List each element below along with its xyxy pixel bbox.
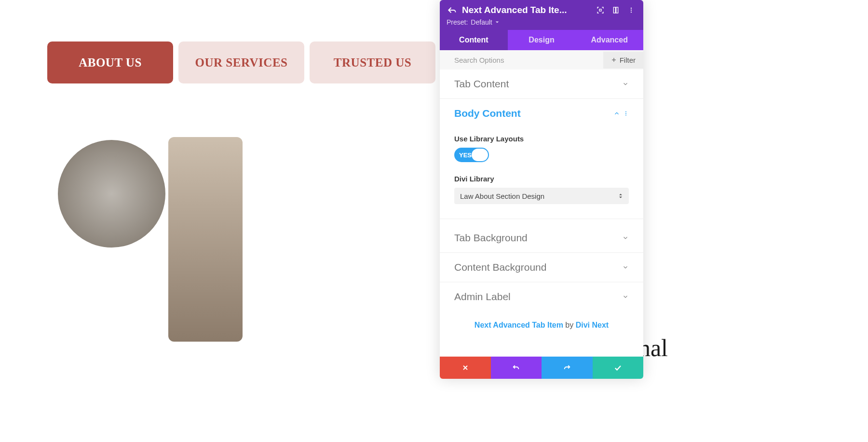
svg-point-5: [631, 12, 632, 13]
redo-icon: [563, 363, 571, 372]
by-text: by: [565, 321, 573, 329]
panel-body: Tab Content Body Content Use Library Lay…: [440, 69, 643, 357]
panel-header: Next Advanced Tab Ite... Preset: Default: [440, 0, 643, 30]
section-tab-content[interactable]: Tab Content: [440, 69, 643, 99]
save-button[interactable]: [593, 357, 644, 379]
search-input[interactable]: Search Options: [454, 56, 603, 64]
search-filter-row: Search Options Filter: [440, 50, 643, 69]
lawyer-rect-image: [168, 137, 243, 342]
module-settings-panel: Next Advanced Tab Ite... Preset: Default…: [440, 0, 643, 379]
section-title: Admin Label: [454, 291, 511, 303]
plus-icon: [611, 57, 617, 63]
more-icon[interactable]: [626, 5, 637, 15]
module-credit: Next Advanced Tab Item by Divi Next: [440, 311, 643, 339]
svg-point-3: [631, 8, 632, 9]
module-name-link[interactable]: Next Advanced Tab Item: [475, 321, 563, 329]
chevron-down-icon: [622, 293, 629, 300]
panel-tab-design[interactable]: Design: [508, 30, 576, 50]
svg-rect-0: [599, 9, 601, 11]
preset-value: Default: [471, 18, 492, 26]
focus-icon[interactable]: [595, 5, 606, 15]
panel-tab-content[interactable]: Content: [440, 30, 508, 50]
section-admin-label[interactable]: Admin Label: [440, 282, 643, 311]
cancel-button[interactable]: [440, 357, 491, 379]
svg-rect-2: [616, 7, 618, 13]
select-arrows-icon: [618, 193, 623, 199]
svg-rect-1: [613, 7, 615, 13]
author-link[interactable]: Divi Next: [576, 321, 609, 329]
filter-button[interactable]: Filter: [603, 52, 643, 69]
body-content-fields: Use Library Layouts YES Divi Library Law…: [440, 135, 643, 214]
more-icon[interactable]: [623, 110, 629, 116]
chevron-up-icon: [613, 110, 620, 117]
panel-footer: [440, 357, 643, 379]
preset-label: Preset:: [447, 18, 468, 26]
divi-library-select[interactable]: Law About Section Design: [454, 188, 629, 204]
drag-icon[interactable]: [610, 5, 621, 15]
redo-button[interactable]: [542, 357, 593, 379]
tab-our-services[interactable]: OUR SERVICES: [178, 41, 304, 83]
about-content-images: [55, 137, 243, 342]
section-title: Tab Content: [454, 78, 509, 90]
undo-icon: [512, 363, 520, 372]
undo-button[interactable]: [491, 357, 542, 379]
use-library-toggle[interactable]: YES: [454, 148, 489, 162]
section-body-content[interactable]: Body Content: [440, 99, 643, 128]
preset-selector[interactable]: Preset: Default: [447, 18, 637, 26]
chevron-down-icon: [622, 235, 629, 241]
check-icon: [613, 363, 622, 372]
tab-about-us[interactable]: ABOUT US: [47, 41, 173, 83]
chevron-down-icon: [495, 20, 499, 24]
svg-point-8: [625, 115, 626, 116]
tab-trusted-us[interactable]: TRUSTED US: [310, 41, 435, 83]
section-content-background[interactable]: Content Background: [440, 253, 643, 282]
svg-point-7: [625, 113, 626, 114]
close-icon: [461, 364, 469, 372]
svg-point-4: [631, 10, 632, 11]
panel-tabs: Content Design Advanced: [440, 30, 643, 50]
panel-title: Next Advanced Tab Ite...: [462, 5, 590, 15]
chevron-down-icon: [622, 81, 629, 87]
chevron-down-icon: [622, 264, 629, 271]
divi-library-label: Divi Library: [454, 175, 629, 183]
svg-point-6: [625, 111, 626, 112]
use-library-label: Use Library Layouts: [454, 135, 629, 143]
divi-library-value: Law About Section Design: [460, 192, 544, 200]
panel-tab-advanced[interactable]: Advanced: [575, 30, 643, 50]
section-title: Body Content: [454, 108, 521, 119]
section-title: Content Background: [454, 262, 546, 273]
justice-statue-circle-image: [55, 137, 168, 250]
filter-label: Filter: [620, 56, 636, 64]
back-icon[interactable]: [447, 5, 457, 15]
section-title: Tab Background: [454, 232, 528, 244]
section-tab-background[interactable]: Tab Background: [440, 223, 643, 253]
